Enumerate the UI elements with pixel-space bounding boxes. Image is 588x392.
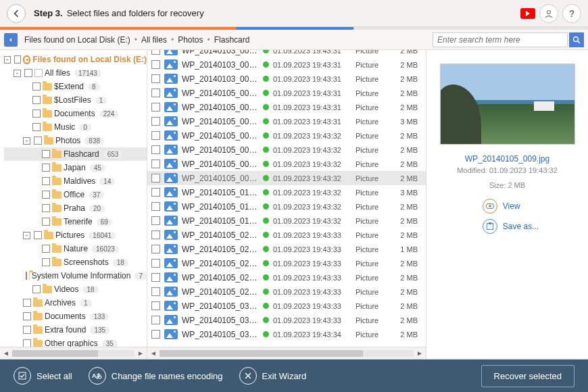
- tree-item[interactable]: Music0: [4, 120, 147, 134]
- tree-item[interactable]: Videos18: [4, 283, 147, 296]
- breadcrumb-segment[interactable]: All files: [141, 35, 167, 45]
- tree-checkbox[interactable]: [42, 218, 50, 226]
- file-row[interactable]: WP_20140105_033...01.09.2023 19:43:33Pic…: [147, 313, 426, 327]
- tree-item[interactable]: Extra found135: [4, 323, 147, 337]
- file-checkbox[interactable]: [151, 160, 160, 168]
- tree-item[interactable]: -Photos838: [4, 134, 147, 147]
- file-checkbox[interactable]: [151, 50, 160, 55]
- tree-checkbox[interactable]: [42, 191, 50, 199]
- recover-selected-button[interactable]: Recover selected: [481, 365, 574, 387]
- file-row[interactable]: WP_20140105_027...01.09.2023 19:43:33Pic…: [147, 270, 426, 285]
- file-row[interactable]: WP_20140105_003...01.09.2023 19:43:31Pic…: [147, 114, 426, 128]
- tree-toggle[interactable]: -: [23, 232, 30, 239]
- file-checkbox[interactable]: [151, 301, 160, 310]
- change-encoding-button[interactable]: Aあ Change file names encoding: [89, 367, 223, 385]
- tree-item[interactable]: System Volume Information7: [4, 269, 147, 283]
- tree-toggle[interactable]: -: [23, 137, 30, 145]
- tree-item[interactable]: Documents224: [4, 107, 147, 120]
- tree-checkbox[interactable]: [42, 164, 50, 172]
- tree-item[interactable]: Praha20: [4, 201, 147, 215]
- file-checkbox[interactable]: [151, 259, 160, 268]
- file-checkbox[interactable]: [151, 131, 160, 140]
- tree-item[interactable]: Maldives14: [4, 174, 147, 188]
- file-row[interactable]: WP_20140105_004...01.09.2023 19:43:32Pic…: [147, 128, 426, 143]
- file-checkbox[interactable]: [151, 316, 160, 324]
- tree-checkbox[interactable]: [24, 69, 32, 77]
- tree-checkbox[interactable]: [42, 204, 50, 212]
- tree-item[interactable]: -All files17143: [4, 66, 147, 80]
- tree-item[interactable]: Other graphics35: [4, 337, 147, 347]
- file-row[interactable]: WP_20140105_031...01.09.2023 19:43:33Pic…: [147, 299, 426, 313]
- file-row[interactable]: WP_20140105_002...01.09.2023 19:43:31Pic…: [147, 100, 426, 114]
- scroll-left-button[interactable]: ◄: [1, 349, 11, 358]
- tree-item[interactable]: Office37: [4, 188, 147, 201]
- file-checkbox[interactable]: [151, 103, 160, 112]
- tree-checkbox[interactable]: [42, 177, 50, 185]
- file-row[interactable]: WP_20140105_024...01.09.2023 19:43:33Pic…: [147, 242, 426, 256]
- back-button[interactable]: [7, 4, 26, 23]
- tree-item[interactable]: Nature16023: [4, 242, 147, 255]
- breadcrumb-segment[interactable]: Photos: [178, 35, 203, 45]
- file-row[interactable]: WP_20140105_020...01.09.2023 19:43:33Pic…: [147, 228, 426, 242]
- scrollbar-thumb[interactable]: [160, 350, 363, 357]
- youtube-icon[interactable]: [520, 8, 535, 19]
- file-row[interactable]: WP_20140103_008...01.09.2023 19:43:31Pic…: [147, 57, 426, 72]
- exit-wizard-button[interactable]: Exit Wizard: [239, 367, 307, 385]
- tree-checkbox[interactable]: [34, 231, 42, 239]
- tree-item[interactable]: $Extend8: [4, 80, 147, 93]
- scroll-left-button[interactable]: ◄: [149, 349, 158, 357]
- file-row[interactable]: WP_20140103_009...01.09.2023 19:43:31Pic…: [147, 72, 426, 86]
- scrollbar-thumb[interactable]: [12, 350, 98, 357]
- preview-saveas-button[interactable]: Save as...: [483, 219, 539, 234]
- breadcrumb-segment[interactable]: Flashcard: [214, 35, 250, 45]
- file-checkbox[interactable]: [151, 74, 160, 83]
- tree-toggle[interactable]: -: [14, 70, 21, 77]
- tree-item[interactable]: -Files found on Local Disk (E:): [4, 53, 147, 66]
- file-checkbox[interactable]: [151, 60, 160, 69]
- tree-item[interactable]: Screenshots18: [4, 255, 147, 269]
- tree-item[interactable]: Documents133: [4, 310, 147, 323]
- account-button[interactable]: [539, 4, 558, 23]
- tree-checkbox[interactable]: [32, 285, 41, 293]
- tree-checkbox[interactable]: [42, 245, 50, 253]
- file-row[interactable]: WP_20140105_007...01.09.2023 19:43:32Pic…: [147, 157, 426, 171]
- file-checkbox[interactable]: [151, 174, 160, 182]
- file-checkbox[interactable]: [151, 188, 160, 197]
- preview-view-button[interactable]: View: [483, 199, 539, 214]
- file-checkbox[interactable]: [151, 89, 160, 97]
- tree-checkbox[interactable]: [42, 258, 50, 266]
- tree-item[interactable]: Japan45: [4, 161, 147, 174]
- file-checkbox[interactable]: [151, 145, 160, 154]
- file-checkbox[interactable]: [151, 202, 160, 211]
- file-row[interactable]: WP_20140105_015...01.09.2023 19:43:32Pic…: [147, 185, 426, 199]
- tree-toggle[interactable]: -: [4, 56, 11, 64]
- tree-item[interactable]: -Pictures16041: [4, 228, 147, 242]
- select-all-button[interactable]: Select all: [14, 367, 72, 385]
- tree-horizontal-scrollbar[interactable]: ◄ ►: [0, 347, 147, 359]
- tree-checkbox[interactable]: [23, 339, 31, 347]
- file-row[interactable]: WP_20140105_035...01.09.2023 19:43:34Pic…: [147, 327, 426, 341]
- file-checkbox[interactable]: [151, 245, 160, 253]
- tree-checkbox[interactable]: [26, 272, 27, 280]
- breadcrumb-segment[interactable]: Files found on Local Disk (E:): [24, 35, 130, 45]
- breadcrumb[interactable]: Files found on Local Disk (E:) • All fil…: [20, 35, 430, 45]
- tree-checkbox[interactable]: [32, 109, 41, 118]
- tree-checkbox[interactable]: [32, 123, 41, 131]
- file-row[interactable]: WP_20140105_028...01.09.2023 19:43:33Pic…: [147, 285, 426, 299]
- tree-checkbox[interactable]: [23, 299, 31, 307]
- file-row[interactable]: WP_20140105_016...01.09.2023 19:43:32Pic…: [147, 199, 426, 214]
- file-row[interactable]: WP_20140105_025...01.09.2023 19:43:33Pic…: [147, 256, 426, 270]
- file-checkbox[interactable]: [151, 230, 160, 239]
- list-horizontal-scrollbar[interactable]: ◄ ►: [147, 347, 426, 359]
- scroll-right-button[interactable]: ►: [415, 349, 424, 357]
- tree-checkbox[interactable]: [32, 96, 41, 104]
- tree-item[interactable]: Tenerife69: [4, 215, 147, 228]
- breadcrumb-back-button[interactable]: [4, 33, 18, 47]
- file-row[interactable]: WP_20140103_007...01.09.2023 19:43:31Pic…: [147, 50, 426, 57]
- file-checkbox[interactable]: [151, 216, 160, 225]
- tree-checkbox[interactable]: [14, 55, 21, 64]
- file-checkbox[interactable]: [151, 330, 160, 339]
- scroll-right-button[interactable]: ►: [136, 349, 145, 358]
- tree-checkbox[interactable]: [34, 137, 42, 145]
- search-button[interactable]: [569, 32, 584, 47]
